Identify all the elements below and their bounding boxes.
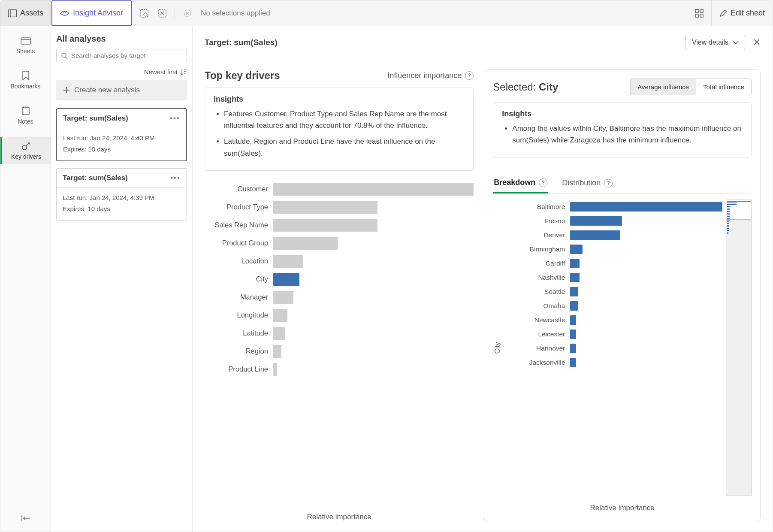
- tab-distribution[interactable]: Distribution ?: [561, 175, 613, 193]
- bar: [570, 315, 576, 325]
- card-more-button[interactable]: •••: [170, 174, 181, 182]
- chart-row[interactable]: City: [205, 270, 474, 288]
- bar-label: Product Type: [205, 203, 273, 211]
- svg-rect-0: [9, 9, 17, 17]
- insights-heading: Insights: [214, 95, 465, 104]
- bar-label: Region: [205, 347, 273, 355]
- chart-row[interactable]: Newcastle: [506, 313, 722, 327]
- chart-row[interactable]: Jacksonville: [506, 355, 722, 369]
- bar: [273, 327, 285, 340]
- insight-item: Features Customer, Product Type and Sale…: [224, 108, 465, 131]
- create-analysis-button[interactable]: Create new analysis: [56, 80, 187, 100]
- bar-label: Birmingham: [506, 245, 570, 253]
- bar-label: Location: [205, 257, 273, 265]
- chart-row[interactable]: Hannover: [506, 341, 722, 355]
- chart-row[interactable]: Latitude: [205, 324, 474, 342]
- close-button[interactable]: ✕: [753, 37, 761, 48]
- chart-row[interactable]: Leicester: [506, 327, 722, 341]
- chart-row[interactable]: Nashville: [506, 270, 722, 284]
- analysis-expires: Expires: 10 days: [63, 203, 181, 215]
- insight-advisor-button[interactable]: Insight Advisor: [51, 0, 132, 26]
- chart-row[interactable]: Seattle: [506, 284, 722, 299]
- bar: [570, 202, 722, 212]
- selected-heading: Selected: City: [493, 81, 558, 93]
- svg-rect-17: [22, 107, 29, 115]
- analysis-card-title: Target: sum(Sales): [63, 114, 128, 123]
- chart-row[interactable]: Fresno: [506, 214, 722, 228]
- notes-icon: [21, 106, 30, 115]
- bar: [570, 216, 622, 226]
- target-heading: Target: sum(Sales): [205, 38, 278, 47]
- chart-row[interactable]: Sales Rep Name: [205, 216, 474, 234]
- chart-row[interactable]: Longitude: [205, 306, 474, 324]
- total-influence-button[interactable]: Total influence: [696, 79, 751, 95]
- help-icon[interactable]: ?: [604, 179, 613, 187]
- pencil-icon: [719, 9, 727, 17]
- avg-influence-button[interactable]: Average influence: [631, 79, 696, 95]
- bar-label: Denver: [506, 231, 570, 239]
- chart-row[interactable]: Product Type: [205, 198, 474, 216]
- bar-label: Sales Rep Name: [205, 221, 273, 229]
- bar-label: Manager: [205, 293, 273, 301]
- bar: [570, 230, 620, 240]
- chart-row[interactable]: Cardiff: [506, 256, 722, 270]
- chart-row[interactable]: Product Group: [205, 234, 474, 252]
- bar: [273, 309, 287, 322]
- bar: [273, 201, 377, 214]
- search-analyses[interactable]: [56, 49, 187, 62]
- analysis-last-run: Last run: Jan 24, 2024, 4:39 PM: [63, 192, 181, 203]
- lasso-tool-icon[interactable]: [157, 9, 167, 18]
- bar: [570, 344, 576, 353]
- bar: [570, 301, 578, 311]
- analysis-card-title: Target: sum(Sales): [63, 174, 128, 182]
- edit-sheet-button[interactable]: Edit sheet: [712, 0, 773, 26]
- sheet-icon: [21, 36, 31, 45]
- tab-breakdown[interactable]: Breakdown ?: [493, 175, 548, 193]
- selection-tool-icon[interactable]: [139, 9, 149, 18]
- bar-label: Fresno: [506, 217, 570, 225]
- help-icon[interactable]: ?: [539, 178, 547, 187]
- svg-rect-11: [695, 9, 698, 12]
- chart-row[interactable]: Customer: [205, 180, 474, 198]
- grid-view-button[interactable]: [687, 0, 712, 26]
- assets-button[interactable]: Assets: [0, 0, 51, 26]
- help-icon[interactable]: ?: [465, 71, 474, 80]
- breakdown-chart[interactable]: City BaltimoreFresnoDenverBirminghamCard…: [493, 200, 752, 512]
- analyses-panel: All analyses Newest first Create new ana…: [51, 26, 193, 532]
- search-input[interactable]: [71, 52, 182, 59]
- collapse-rail-button[interactable]: [21, 515, 30, 523]
- bar-label: City: [205, 275, 273, 283]
- rail-key-drivers[interactable]: Key drivers: [0, 137, 51, 164]
- clear-selection-icon[interactable]: [183, 9, 192, 18]
- chart-row[interactable]: Denver: [506, 228, 722, 242]
- chart-row[interactable]: Baltimore: [506, 200, 722, 214]
- chart-row[interactable]: Product Line: [205, 360, 474, 378]
- rail-bookmarks[interactable]: Bookmarks: [0, 66, 51, 94]
- chart-row[interactable]: Omaha: [506, 299, 722, 313]
- bar-label: Product Group: [205, 239, 273, 247]
- sort-button[interactable]: Newest first: [56, 68, 187, 76]
- insights-heading: Insights: [502, 109, 743, 118]
- rail-sheets[interactable]: Sheets: [0, 32, 51, 59]
- chart-row[interactable]: Region: [205, 342, 474, 360]
- minimap[interactable]: [726, 200, 752, 496]
- analysis-card[interactable]: Target: sum(Sales) ••• Last run: Jan 24,…: [56, 168, 187, 221]
- svg-line-24: [66, 57, 67, 59]
- view-details-button[interactable]: View details: [685, 35, 745, 50]
- chart-row[interactable]: Location: [205, 252, 474, 270]
- bar-label: Newcastle: [506, 316, 570, 324]
- bar: [570, 245, 582, 254]
- collapse-icon: [21, 515, 30, 522]
- chart-row[interactable]: Manager: [205, 288, 474, 306]
- bar: [273, 183, 474, 196]
- bar-label: Hannover: [506, 345, 570, 352]
- influencer-importance-label: Influencer importance: [387, 71, 462, 80]
- key-drivers-chart[interactable]: CustomerProduct TypeSales Rep NameProduc…: [205, 180, 474, 521]
- top-toolbar: Assets Insight Advisor No selections app…: [0, 0, 773, 26]
- bar: [570, 287, 578, 296]
- chart-row[interactable]: Birmingham: [506, 242, 722, 256]
- rail-notes[interactable]: Notes: [0, 102, 51, 129]
- bar: [273, 237, 338, 250]
- analysis-card[interactable]: Target: sum(Sales) ••• Last run: Jan 24,…: [56, 108, 187, 161]
- card-more-button[interactable]: •••: [170, 114, 180, 123]
